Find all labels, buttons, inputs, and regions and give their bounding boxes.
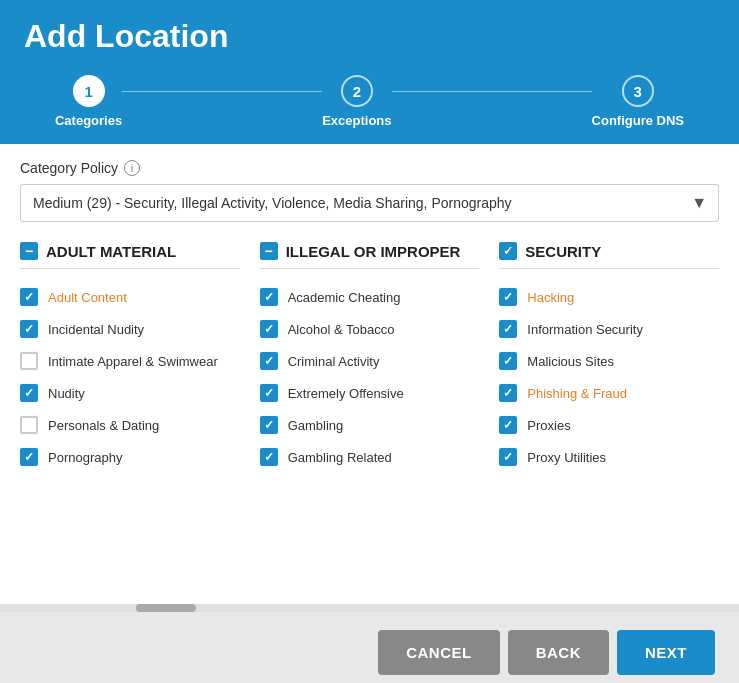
page-title: Add Location [24, 18, 715, 55]
list-item: Pornography [20, 441, 240, 473]
academic-cheating-label: Academic Cheating [288, 290, 401, 305]
list-item: Adult Content [20, 281, 240, 313]
adult-material-title: ADULT MATERIAL [46, 243, 176, 260]
step-1-label: Categories [55, 113, 122, 128]
malicious-sites-checkbox[interactable] [499, 352, 517, 370]
alcohol-tobacco-checkbox[interactable] [260, 320, 278, 338]
personals-dating-label: Personals & Dating [48, 418, 159, 433]
step-1: 1 Categories [55, 75, 122, 128]
info-icon[interactable]: i [124, 160, 140, 176]
proxy-utilities-checkbox[interactable] [499, 448, 517, 466]
gambling-checkbox[interactable] [260, 416, 278, 434]
nudity-checkbox[interactable] [20, 384, 38, 402]
step-1-circle: 1 [73, 75, 105, 107]
column-security: SECURITY Hacking Information Security Ma… [499, 242, 719, 602]
footer: CANCEL BACK NEXT [0, 612, 739, 683]
illegal-improper-toggle[interactable] [260, 242, 278, 260]
policy-dropdown-wrapper[interactable]: Medium (29) - Security, Illegal Activity… [20, 184, 719, 222]
phishing-fraud-label: Phishing & Fraud [527, 386, 627, 401]
list-item: Nudity [20, 377, 240, 409]
list-item: Personals & Dating [20, 409, 240, 441]
step-3-circle: 3 [622, 75, 654, 107]
adult-material-toggle[interactable] [20, 242, 38, 260]
nudity-label: Nudity [48, 386, 85, 401]
intimate-apparel-checkbox[interactable] [20, 352, 38, 370]
steps-container: 1 Categories 2 Exceptions 3 Configure DN… [24, 75, 715, 144]
content-area: Category Policy i Medium (29) - Security… [0, 144, 739, 604]
scrollbar-thumb[interactable] [136, 604, 196, 612]
step-2-label: Exceptions [322, 113, 391, 128]
step-line-2 [392, 91, 592, 92]
proxies-checkbox[interactable] [499, 416, 517, 434]
adult-content-checkbox[interactable] [20, 288, 38, 306]
list-item: Extremely Offensive [260, 377, 480, 409]
next-button[interactable]: NEXT [617, 630, 715, 675]
security-title: SECURITY [525, 243, 601, 260]
list-item: Intimate Apparel & Swimwear [20, 345, 240, 377]
column-illegal-improper: ILLEGAL OR IMPROPER Academic Cheating Al… [260, 242, 480, 602]
step-2-circle: 2 [341, 75, 373, 107]
list-item: Malicious Sites [499, 345, 719, 377]
list-item: Alcohol & Tobacco [260, 313, 480, 345]
scrollbar-track[interactable] [0, 604, 739, 612]
policy-select[interactable]: Medium (29) - Security, Illegal Activity… [20, 184, 719, 222]
list-item: Proxies [499, 409, 719, 441]
information-security-checkbox[interactable] [499, 320, 517, 338]
list-item: Hacking [499, 281, 719, 313]
gambling-label: Gambling [288, 418, 344, 433]
pornography-checkbox[interactable] [20, 448, 38, 466]
extremely-offensive-label: Extremely Offensive [288, 386, 404, 401]
back-button[interactable]: BACK [508, 630, 609, 675]
list-item: Phishing & Fraud [499, 377, 719, 409]
information-security-label: Information Security [527, 322, 643, 337]
illegal-improper-header: ILLEGAL OR IMPROPER [260, 242, 480, 269]
incidental-nudity-checkbox[interactable] [20, 320, 38, 338]
gambling-related-label: Gambling Related [288, 450, 392, 465]
extremely-offensive-checkbox[interactable] [260, 384, 278, 402]
list-item: Academic Cheating [260, 281, 480, 313]
security-toggle[interactable] [499, 242, 517, 260]
incidental-nudity-label: Incidental Nudity [48, 322, 144, 337]
cancel-button[interactable]: CANCEL [378, 630, 500, 675]
list-item: Incidental Nudity [20, 313, 240, 345]
pornography-label: Pornography [48, 450, 122, 465]
step-line-1 [122, 91, 322, 92]
hacking-label: Hacking [527, 290, 574, 305]
security-header: SECURITY [499, 242, 719, 269]
personals-dating-checkbox[interactable] [20, 416, 38, 434]
criminal-activity-label: Criminal Activity [288, 354, 380, 369]
intimate-apparel-label: Intimate Apparel & Swimwear [48, 354, 218, 369]
list-item: Gambling Related [260, 441, 480, 473]
list-item: Proxy Utilities [499, 441, 719, 473]
list-item: Criminal Activity [260, 345, 480, 377]
header: Add Location 1 Categories 2 Exceptions 3… [0, 0, 739, 144]
column-adult-material: ADULT MATERIAL Adult Content Incidental … [20, 242, 240, 602]
alcohol-tobacco-label: Alcohol & Tobacco [288, 322, 395, 337]
academic-cheating-checkbox[interactable] [260, 288, 278, 306]
adult-content-label: Adult Content [48, 290, 127, 305]
proxies-label: Proxies [527, 418, 570, 433]
step-3: 3 Configure DNS [592, 75, 684, 128]
illegal-improper-title: ILLEGAL OR IMPROPER [286, 243, 461, 260]
adult-material-header: ADULT MATERIAL [20, 242, 240, 269]
list-item: Information Security [499, 313, 719, 345]
policy-label-row: Category Policy i [20, 160, 719, 176]
phishing-fraud-checkbox[interactable] [499, 384, 517, 402]
proxy-utilities-label: Proxy Utilities [527, 450, 606, 465]
list-item: Gambling [260, 409, 480, 441]
step-2: 2 Exceptions [322, 75, 391, 128]
gambling-related-checkbox[interactable] [260, 448, 278, 466]
criminal-activity-checkbox[interactable] [260, 352, 278, 370]
step-3-label: Configure DNS [592, 113, 684, 128]
policy-label-text: Category Policy [20, 160, 118, 176]
malicious-sites-label: Malicious Sites [527, 354, 614, 369]
hacking-checkbox[interactable] [499, 288, 517, 306]
categories-grid: ADULT MATERIAL Adult Content Incidental … [20, 242, 719, 602]
